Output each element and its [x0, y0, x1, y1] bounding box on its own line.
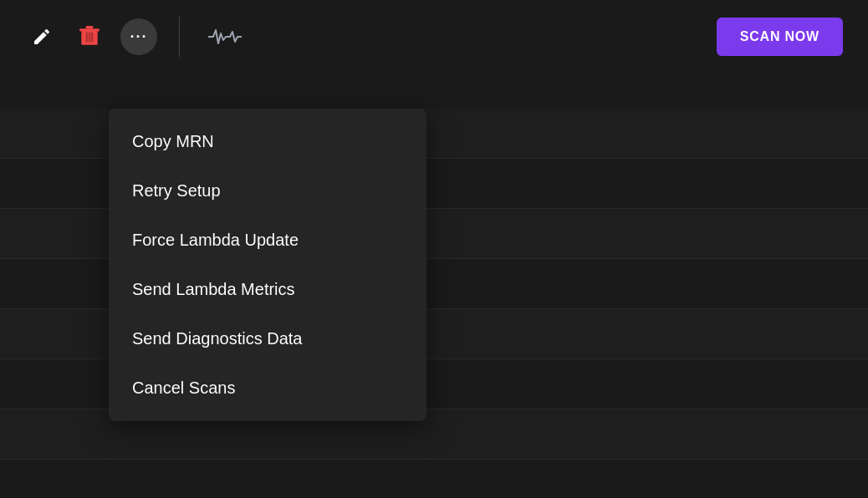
activity-button[interactable]	[202, 20, 248, 53]
svg-rect-4	[89, 33, 90, 43]
menu-item-force-lambda-update[interactable]: Force Lambda Update	[109, 216, 426, 265]
scan-now-label: SCAN NOW	[740, 29, 819, 43]
menu-item-copy-mrn[interactable]: Copy MRN	[109, 117, 426, 166]
svg-rect-3	[86, 33, 88, 43]
scan-now-button[interactable]: SCAN NOW	[717, 18, 843, 56]
toolbar-left-actions: ···	[25, 18, 157, 55]
more-dots-icon: ···	[130, 28, 147, 46]
toolbar: ··· SCAN NOW	[0, 0, 868, 74]
menu-item-send-diagnostics-data[interactable]: Send Diagnostics Data	[109, 314, 426, 363]
edit-button[interactable]	[25, 20, 59, 53]
menu-item-send-lambda-metrics-label: Send Lambda Metrics	[132, 280, 295, 299]
menu-item-send-lambda-metrics[interactable]: Send Lambda Metrics	[109, 265, 426, 314]
menu-item-force-lambda-update-label: Force Lambda Update	[132, 231, 299, 250]
edit-icon	[32, 27, 52, 47]
delete-button[interactable]	[72, 18, 107, 55]
toolbar-divider	[179, 17, 180, 57]
activity-waveform-icon	[208, 27, 242, 47]
menu-item-copy-mrn-label: Copy MRN	[132, 132, 214, 151]
menu-item-retry-setup[interactable]: Retry Setup	[109, 166, 426, 216]
menu-item-retry-setup-label: Retry Setup	[132, 181, 221, 201]
dropdown-menu: Copy MRN Retry Setup Force Lambda Update…	[109, 109, 426, 421]
svg-rect-1	[79, 28, 100, 31]
menu-item-send-diagnostics-data-label: Send Diagnostics Data	[132, 329, 302, 348]
more-options-button[interactable]: ···	[120, 18, 157, 55]
menu-item-cancel-scans[interactable]: Cancel Scans	[109, 363, 426, 413]
trash-icon	[79, 25, 100, 48]
svg-rect-5	[91, 33, 93, 43]
menu-item-cancel-scans-label: Cancel Scans	[132, 379, 235, 398]
svg-rect-2	[86, 26, 94, 28]
